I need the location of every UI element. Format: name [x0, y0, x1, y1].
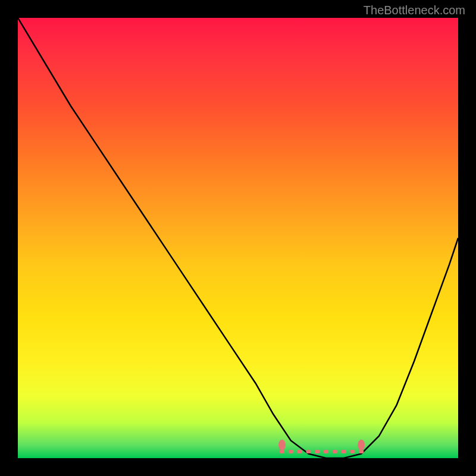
chart-area: [18, 18, 458, 458]
dot: [280, 450, 284, 453]
dot: [306, 450, 311, 453]
dot: [359, 450, 364, 453]
dotted-baseline: [280, 450, 364, 453]
low-marker: [278, 440, 286, 450]
dot: [298, 450, 302, 453]
dot: [324, 450, 328, 453]
watermark-text: TheBottleneck.com: [364, 4, 465, 17]
dot: [333, 450, 337, 453]
high-marker: [358, 440, 365, 450]
dot: [289, 450, 293, 453]
dot: [342, 450, 346, 453]
bottleneck-curve: [18, 18, 458, 458]
dot: [315, 450, 320, 453]
dot: [350, 450, 355, 453]
curve-layer: [18, 18, 458, 458]
